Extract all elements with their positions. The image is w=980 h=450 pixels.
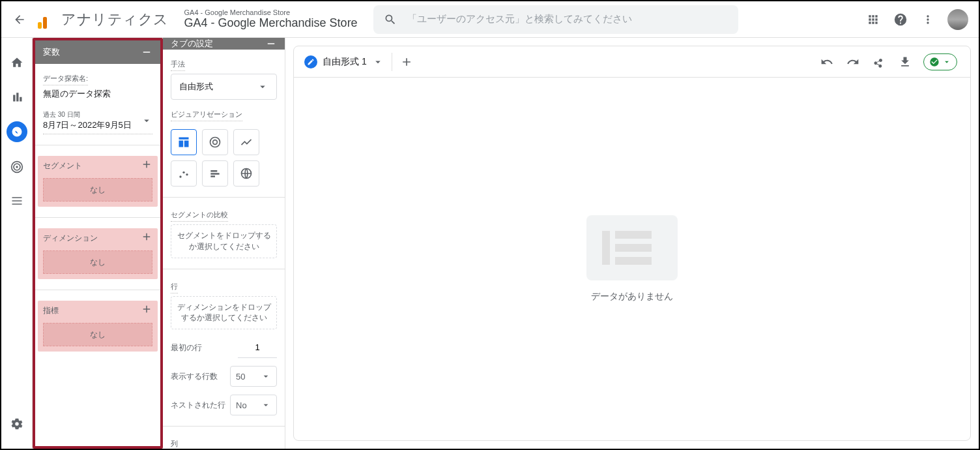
segments-title: セグメント [43,160,82,172]
sampling-status[interactable] [923,53,957,70]
arrow-left-icon [13,13,26,26]
nav-admin[interactable] [8,415,26,433]
plus-icon [141,303,152,315]
apps-icon [867,13,880,26]
bar-icon [209,167,222,180]
tab-settings-header[interactable]: タブの設定 [163,38,285,50]
property-title-block[interactable]: GA4 - Google Merchandise Store GA4 - Goo… [184,8,358,30]
search-input[interactable]: 「ユーザーのアクセス元」と検索してみてください [373,5,738,34]
chevron-down-icon [942,57,951,67]
segments-empty[interactable]: なし [43,178,152,202]
empty-illustration-icon [586,215,678,280]
redo-icon [846,55,859,68]
apps-button[interactable] [865,12,881,27]
canvas-tab[interactable]: 自由形式 1 [299,50,389,74]
download-icon [899,55,912,68]
download-button[interactable] [897,54,913,70]
nav-home[interactable] [8,53,26,72]
show-rows-select[interactable]: 50 [230,366,277,387]
nav-reports[interactable] [8,87,26,106]
nested-rows-label: ネストされた行 [171,400,225,411]
add-metric-button[interactable] [141,303,152,318]
chevron-down-icon [257,81,268,93]
date-range-value: 8月7日～2022年9月5日 [43,119,132,131]
collapse-icon[interactable] [141,46,152,58]
more-vert-icon [921,13,934,26]
edit-tab-button[interactable] [304,55,317,68]
viz-scatter-button[interactable] [171,160,197,187]
tab-settings-panel: タブの設定 手法 自由形式 ビジュアリゼーション [163,38,285,449]
metrics-empty[interactable]: なし [43,323,152,346]
nav-advertising[interactable] [8,158,26,176]
segment-comparison-label: セグメントの比較 [171,210,228,222]
nested-rows-select[interactable]: No [230,395,277,415]
show-rows-label: 表示する行数 [171,371,218,382]
pencil-icon [307,58,315,66]
segment-drop-target[interactable]: セグメントをドロップするか選択してください [171,224,277,258]
scatter-icon [177,167,190,180]
exploration-name-field[interactable]: データ探索名: 無題のデータ探索 [43,72,152,100]
technique-select[interactable]: 自由形式 [171,74,277,100]
dimensions-title: ディメンション [43,233,98,244]
nested-rows-value: No [236,400,247,410]
chevron-down-icon [141,115,152,127]
home-icon [10,56,23,69]
more-button[interactable] [920,12,936,27]
show-rows-value: 50 [236,372,245,382]
check-circle-icon [929,57,940,67]
visualization-options [171,129,277,187]
undo-button[interactable] [819,54,835,70]
dimensions-empty[interactable]: なし [43,250,152,274]
gear-icon [10,417,24,431]
variables-panel-header[interactable]: 変数 [35,40,160,64]
svg-point-2 [182,172,184,173]
rows-drop-target[interactable]: ディメンションをドロップするか選択してください [171,296,277,330]
breadcrumb: GA4 - Google Merchandise Store [184,8,358,16]
start-row-input[interactable] [238,337,277,358]
metrics-title: 指標 [43,305,59,316]
share-button[interactable] [871,54,887,70]
start-row-label: 最初の行 [171,342,202,353]
redo-button[interactable] [845,54,861,70]
search-placeholder: 「ユーザーのアクセス元」と検索してみてください [407,13,632,25]
viz-geo-button[interactable] [233,160,259,187]
chevron-down-icon[interactable] [372,56,384,68]
help-button[interactable] [893,12,908,27]
page-title: GA4 - Google Merchandise Store [184,16,358,30]
viz-donut-button[interactable] [202,129,228,155]
globe-icon [240,167,253,180]
undo-icon [820,55,833,68]
add-tab-button[interactable] [395,50,418,74]
technique-label: 手法 [171,59,185,71]
target-icon [10,160,23,173]
segments-section: セグメント なし [38,156,158,207]
share-icon [872,55,886,68]
technique-value: 自由形式 [179,81,213,93]
bar-chart-icon [10,90,23,103]
exploration-name-label: データ探索名: [43,74,88,85]
svg-point-1 [179,175,181,177]
main-area: 変数 データ探索名: 無題のデータ探索 過去 30 日間 8月7日～2022年9… [33,38,979,449]
back-arrow[interactable] [12,12,27,27]
canvas-tab-name: 自由形式 1 [323,56,367,68]
viz-table-button[interactable] [171,129,197,155]
canvas-toolbar: 自由形式 1 [294,46,970,78]
help-icon [893,12,908,27]
canvas: 自由形式 1 データがあ [293,46,971,441]
nav-configure[interactable] [8,192,26,210]
add-segment-button[interactable] [141,158,152,173]
date-range-picker[interactable]: 過去 30 日間 8月7日～2022年9月5日 [43,108,152,134]
exploration-name: 無題のデータ探索 [43,88,152,100]
nav-explore[interactable] [7,121,27,142]
add-dimension-button[interactable] [141,231,152,245]
viz-bar-button[interactable] [202,160,228,187]
viz-line-button[interactable] [233,129,259,155]
tab-settings-title: タブの設定 [171,38,213,50]
empty-message: データがありません [591,291,673,303]
explore-icon [11,126,23,138]
collapse-icon[interactable] [265,38,277,50]
rows-label: 行 [171,282,178,293]
svg-point-3 [186,173,188,175]
avatar[interactable] [947,9,968,30]
chevron-down-icon [261,400,271,410]
